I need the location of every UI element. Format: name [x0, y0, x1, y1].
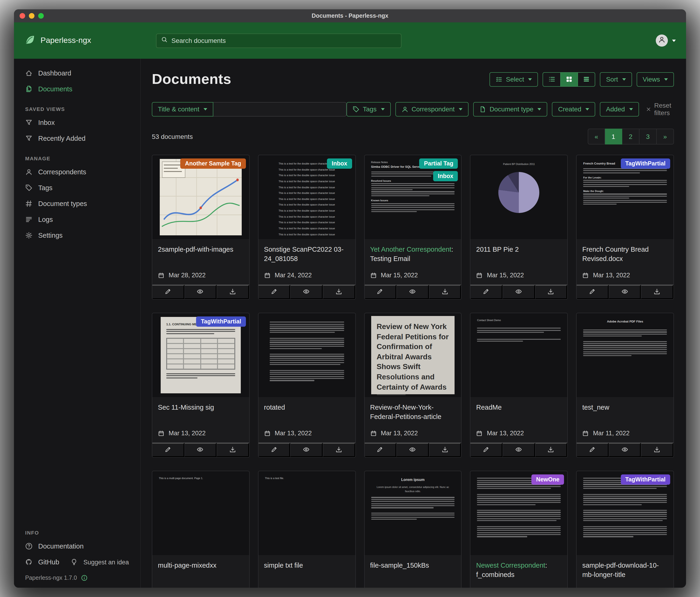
pagination-page-2[interactable]: 2 [622, 128, 640, 144]
document-thumbnail[interactable]: Adobe Acrobat PDF Files [577, 313, 673, 397]
pagination-prev[interactable]: « [588, 128, 605, 144]
document-thumbnail[interactable]: Review of New York Federal Petitions for… [365, 313, 461, 397]
tag-badge[interactable]: TagWithPartial [621, 474, 670, 485]
document-thumbnail[interactable]: This is a test file. [258, 471, 355, 555]
edit-button[interactable] [577, 285, 608, 299]
sidebar-item-documentation[interactable]: Documentation [14, 538, 140, 554]
preview-button[interactable] [291, 285, 323, 299]
document-thumbnail[interactable] [258, 313, 355, 397]
document-title[interactable]: French Country Bread Revised.docx [582, 246, 649, 263]
preview-button[interactable] [502, 285, 535, 299]
document-thumbnail[interactable]: Patient BP Distribution 2011 [471, 155, 568, 239]
user-menu[interactable] [656, 34, 676, 47]
download-button[interactable] [217, 443, 249, 457]
edit-button[interactable] [258, 285, 291, 299]
correspondent-link[interactable]: Newest Correspondent [476, 562, 545, 569]
created-filter-button[interactable]: Created [552, 102, 596, 116]
document-title[interactable]: Testing Email [370, 255, 410, 263]
preview-button[interactable] [184, 285, 217, 299]
sidebar-item-document-types[interactable]: Document types [14, 196, 140, 212]
document-thumbnail[interactable]: TagWithPartial [577, 471, 673, 555]
edit-button[interactable] [152, 285, 184, 299]
preview-button[interactable] [396, 443, 429, 457]
pagination-next[interactable]: » [657, 128, 674, 144]
pagination-page-3[interactable]: 3 [640, 128, 657, 144]
sidebar-item-logs[interactable]: Logs [14, 212, 140, 228]
tag-badge[interactable]: NewOne [531, 474, 564, 485]
document-title[interactable]: f_combineds [476, 571, 515, 579]
document-title[interactable]: Sonstige ScanPC2022 03-24_081058 [264, 246, 344, 263]
document-title[interactable]: rotated [264, 404, 285, 411]
sidebar-item-recently-added[interactable]: Recently Added [14, 130, 140, 146]
sidebar-item-github[interactable]: GitHub [14, 554, 68, 570]
document-thumbnail[interactable]: This is a test for the double space char… [258, 155, 355, 239]
edit-button[interactable] [471, 285, 502, 299]
pagination-page-1[interactable]: 1 [605, 128, 622, 144]
view-list-button[interactable] [543, 72, 560, 86]
document-title[interactable]: 2sample-pdf-with-images [158, 246, 233, 253]
download-button[interactable] [323, 285, 355, 299]
preview-button[interactable] [184, 443, 217, 457]
edit-button[interactable] [577, 443, 608, 457]
views-button[interactable]: Views [637, 72, 674, 87]
document-thumbnail[interactable]: This is a multi page document. Page 1. [152, 471, 249, 555]
document-thumbnail[interactable]: 1.1. CONTINUING MEDICAL EDUCATagWithPart… [152, 313, 249, 397]
sidebar-item-inbox[interactable]: Inbox [14, 115, 140, 130]
download-button[interactable] [535, 285, 567, 299]
download-button[interactable] [323, 443, 355, 457]
document-thumbnail[interactable]: Lorem ipsumLorem ipsum dolor sit amet, c… [365, 471, 461, 555]
edit-button[interactable] [365, 443, 396, 457]
reset-filters[interactable]: Reset filters [646, 102, 674, 117]
search-input[interactable] [171, 37, 396, 44]
tag-badge[interactable]: Partial Tag [419, 159, 458, 169]
download-button[interactable] [429, 285, 461, 299]
document-thumbnail[interactable]: NewOne [471, 471, 568, 555]
correspondent-filter-button[interactable]: Correspondent [395, 102, 469, 116]
sidebar-item-suggest-an-idea[interactable]: Suggest an idea [68, 554, 137, 570]
sidebar-item-dashboard[interactable]: Dashboard [14, 65, 140, 81]
title-content-input[interactable] [213, 102, 347, 116]
close-button[interactable] [20, 13, 25, 19]
download-button[interactable] [429, 443, 461, 457]
preview-button[interactable] [609, 285, 641, 299]
app-brand[interactable]: Paperless-ngx [24, 34, 129, 47]
download-button[interactable] [217, 285, 249, 299]
preview-button[interactable] [502, 443, 535, 457]
document-title[interactable]: Sec 11-Missing sig [158, 404, 214, 411]
sidebar-item-tags[interactable]: Tags [14, 180, 140, 196]
document-title[interactable]: simple txt file [264, 562, 303, 569]
document-thumbnail[interactable]: Release NotesSimba ODBC Driver for SQL S… [365, 155, 461, 239]
tag-badge[interactable]: TagWithPartial [621, 159, 670, 169]
added-filter-button[interactable]: Added [600, 102, 639, 116]
preview-button[interactable] [291, 443, 323, 457]
download-button[interactable] [641, 285, 673, 299]
document-title[interactable]: test_new [582, 404, 609, 411]
view-details-button[interactable] [577, 72, 595, 86]
document-thumbnail[interactable]: Another Sample Tag [152, 155, 249, 239]
edit-button[interactable] [258, 443, 291, 457]
tag-badge[interactable]: TagWithPartial [196, 316, 246, 327]
sidebar-item-documents[interactable]: Documents [14, 81, 140, 97]
document-title[interactable]: ReadMe [476, 404, 502, 411]
download-button[interactable] [535, 443, 567, 457]
tag-badge[interactable]: Inbox [433, 171, 458, 181]
sidebar-item-settings[interactable]: Settings [14, 228, 140, 243]
document-title[interactable]: sample-pdf-download-10-mb-longer-title [582, 562, 659, 579]
document-thumbnail[interactable]: Contact Sheet Demo [471, 313, 568, 397]
document-title[interactable]: Review-of-New-York-Federal-Petitions-art… [370, 404, 441, 421]
window-titlebar[interactable]: Documents - Paperless-ngx [14, 9, 686, 22]
edit-button[interactable] [471, 443, 502, 457]
document-title[interactable]: 2011 BP Pie 2 [476, 246, 519, 253]
zoom-button[interactable] [38, 13, 44, 19]
preview-button[interactable] [609, 443, 641, 457]
title-content-dropdown[interactable]: Title & content [152, 102, 213, 116]
document-title[interactable]: multi-page-mixedxx [158, 562, 216, 569]
document-type-filter-button[interactable]: Document type [473, 102, 547, 116]
view-grid-button[interactable] [560, 72, 577, 86]
tag-badge[interactable]: Inbox [327, 159, 352, 169]
preview-button[interactable] [396, 285, 429, 299]
correspondent-link[interactable]: Yet Another Correspondent [370, 246, 451, 253]
tag-badge[interactable]: Another Sample Tag [180, 159, 246, 169]
sort-button[interactable]: Sort [600, 72, 632, 87]
minimize-button[interactable] [29, 13, 34, 19]
